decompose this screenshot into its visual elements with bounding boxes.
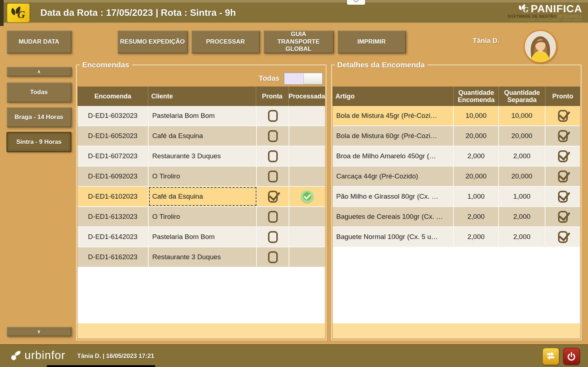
detail-article-cell: Bola de Mistura 45gr (Pré-Cozi… (333, 106, 454, 125)
detail-row[interactable]: Bola de Mistura 45gr (Pré-Cozi…10,00010,… (333, 106, 580, 126)
order-row[interactable]: D-ED1-6072023Restaurante 3 Duques (78, 146, 325, 167)
detail-ready-cell (545, 207, 580, 226)
detail-ready-checkbox[interactable] (558, 130, 568, 142)
order-row[interactable]: D-ED1-6102023Café da Esquina (78, 187, 325, 207)
detail-ready-checkbox[interactable] (558, 171, 568, 182)
details-table-header: Artigo Quantidade Encomenda Quantidade S… (333, 87, 580, 106)
orders-toggle-label: Todas (259, 74, 280, 83)
order-processed-cell (289, 126, 325, 146)
detail-ready-cell (545, 227, 580, 247)
resumo-expedicao-button[interactable]: RESUMO EXPEDIÇÃO (117, 30, 188, 53)
order-processed-cell (289, 207, 325, 226)
detail-ready-cell (545, 167, 580, 186)
urbinfor-logo-icon (10, 350, 22, 361)
detail-row[interactable]: Baguete Normal 100gr (Cx. 5 u…2,0002,000 (333, 227, 580, 247)
orders-table-empty-area (78, 267, 325, 328)
app-logo-glyph: G (10, 6, 27, 20)
detail-qty-ordered-cell: 20,000 (454, 126, 499, 146)
collapse-handle[interactable] (347, 0, 365, 5)
detail-qty-ordered-cell: 2,000 (454, 227, 499, 247)
order-id-cell: D-ED1-6032023 (78, 106, 149, 125)
order-ready-checkbox[interactable] (268, 130, 278, 142)
toggle-knob (303, 73, 322, 84)
power-off-button[interactable] (563, 348, 580, 365)
orders-table-body: D-ED1-6032023Pastelaria Bom BomD-ED1-605… (78, 106, 325, 267)
brand-leaf-icon: G (518, 4, 530, 14)
order-id-cell: D-ED1-6072023 (78, 146, 149, 166)
col-header-pronta: Pronta (256, 87, 289, 106)
detail-ready-checkbox[interactable] (558, 211, 568, 223)
order-ready-checkbox[interactable] (268, 211, 278, 223)
detail-row[interactable]: Broa de Milho Amarelo 450gr (…2,0002,000 (333, 146, 580, 167)
detail-qty-ordered-cell: 2,000 (454, 207, 499, 226)
order-ready-checkbox[interactable] (268, 231, 278, 243)
avatar-photo (525, 31, 556, 62)
order-id-cell: D-ED1-6132023 (78, 207, 149, 226)
col-header-pronto: Pronto (545, 87, 580, 106)
detail-row[interactable]: Bola de Mistura 60gr (Pré-Cozi…20,00020,… (333, 126, 580, 146)
detail-row[interactable]: Baguetes de Cereais 100gr (Cx. …2,0002,0… (333, 207, 580, 227)
order-row[interactable]: D-ED1-6032023Pastelaria Bom Bom (78, 106, 325, 126)
order-client-cell: O Tiroliro (149, 167, 257, 186)
order-client-cell: O Tiroliro (149, 207, 257, 226)
order-ready-checkbox[interactable] (268, 251, 278, 263)
brand-name: PANIFICA (531, 3, 582, 14)
details-table-empty-area (333, 247, 580, 328)
detail-qty-ordered-cell: 1,000 (454, 187, 499, 206)
order-id-cell: D-ED1-6052023 (78, 126, 149, 146)
orders-bottom-scroll-strip[interactable] (78, 323, 325, 339)
order-ready-checkbox[interactable] (268, 150, 278, 162)
details-bottom-scroll-strip[interactable] (333, 323, 580, 339)
processar-button[interactable]: PROCESSAR (191, 30, 260, 53)
urbinfor-logo: urbinfor (10, 349, 65, 362)
routes-scroll-down-button[interactable]: ∨ (6, 327, 71, 336)
detail-row[interactable]: Pão Milho e Girassol 80gr (Cx. …1,0001,0… (333, 187, 580, 207)
route-button-sintra-9h[interactable]: Sintra - 9 Horas (6, 132, 71, 152)
order-ready-cell (257, 227, 289, 247)
order-row[interactable]: D-ED1-6162023Restaurante 3 Duques (78, 247, 325, 267)
col-header-quantidade-separada: Quantidade Separada (499, 87, 545, 106)
detail-qty-separated-cell: 2,000 (499, 207, 545, 226)
orders-table: Encomenda Cliente Pronta Processada D-ED… (78, 87, 325, 267)
detail-ready-checkbox[interactable] (558, 231, 568, 243)
swap-arrows-icon (545, 351, 557, 362)
order-ready-cell (257, 167, 289, 186)
switch-user-button[interactable] (543, 348, 559, 365)
orders-table-header: Encomenda Cliente Pronta Processada (78, 87, 325, 106)
user-avatar (524, 30, 557, 63)
order-ready-checkbox[interactable] (268, 191, 278, 203)
order-ready-cell (257, 126, 289, 146)
detail-ready-checkbox[interactable] (558, 150, 568, 162)
detail-article-cell: Pão Milho e Girassol 80gr (Cx. … (333, 187, 454, 206)
order-row[interactable]: D-ED1-6142023Pastelaria Bom Bom (78, 227, 325, 247)
detail-article-cell: Broa de Milho Amarelo 450gr (… (333, 146, 454, 166)
detail-qty-ordered-cell: 10,000 (454, 106, 499, 125)
order-processed-cell (289, 187, 325, 206)
order-id-cell: D-ED1-6092023 (78, 167, 149, 186)
order-ready-checkbox[interactable] (268, 171, 278, 182)
detail-ready-cell (545, 126, 580, 146)
detail-row[interactable]: Carcaça 44gr (Pré-Cozido)20,00020,000 (333, 167, 580, 187)
orders-panel: Encomendas Todas Encomenda Cliente Pront… (76, 61, 326, 340)
detail-ready-checkbox[interactable] (558, 191, 568, 203)
order-client-cell: Pastelaria Bom Bom (149, 106, 257, 125)
mudar-data-button[interactable]: MUDAR DATA (6, 30, 71, 53)
routes-scroll-up-button[interactable]: ∧ (6, 67, 71, 76)
order-row[interactable]: D-ED1-6132023O Tiroliro (78, 207, 325, 227)
detail-ready-checkbox[interactable] (558, 110, 568, 122)
order-row[interactable]: D-ED1-6092023O Tiroliro (78, 167, 325, 187)
route-button-braga-14h[interactable]: Braga - 14 Horas (6, 107, 71, 127)
brand-subtagline: PANIFICAÇÃO · PASTELARIA · SIMILARES (508, 18, 582, 22)
route-button-todas[interactable]: Todas (6, 82, 71, 102)
order-ready-checkbox[interactable] (268, 110, 278, 122)
col-header-encomenda: Encomenda (78, 87, 148, 106)
order-processed-cell (289, 227, 325, 247)
imprimir-button[interactable]: IMPRIMIR (337, 30, 406, 53)
orders-todas-toggle[interactable] (284, 72, 323, 85)
detail-ready-cell (545, 106, 580, 125)
window-top-edge (0, 0, 588, 3)
detail-qty-separated-cell: 1,000 (499, 187, 545, 206)
guia-transporte-global-button[interactable]: GUIA TRANSPORTE GLOBAL (263, 30, 334, 53)
order-row[interactable]: D-ED1-6052023Café da Esquina (78, 126, 325, 146)
order-client-cell: Café da Esquina (149, 187, 257, 206)
